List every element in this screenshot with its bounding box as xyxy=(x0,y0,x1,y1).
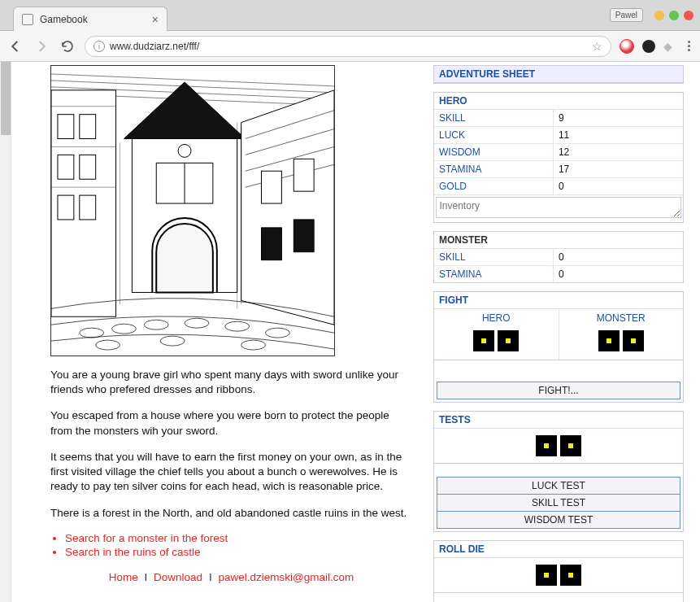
stat-row-wisdom: WISDOM 12 xyxy=(434,144,683,161)
svg-rect-28 xyxy=(293,220,314,252)
url-text: www.dudziarz.net/fff/ xyxy=(110,41,199,52)
maximize-button[interactable] xyxy=(669,11,679,20)
die-icon xyxy=(536,565,557,586)
stat-value[interactable]: 12 xyxy=(554,144,683,160)
stat-label: GOLD xyxy=(434,178,554,194)
die-icon xyxy=(598,330,620,351)
email-link[interactable]: pawel.dziemski@gmail.com xyxy=(218,571,354,583)
minimize-button[interactable] xyxy=(654,11,664,20)
profile-badge[interactable]: Pawel xyxy=(610,8,643,22)
svg-rect-7 xyxy=(80,115,96,139)
panel-heading: ADVENTURE SHEET xyxy=(434,66,683,83)
story-illustration xyxy=(50,65,335,356)
dropbox-extension-icon[interactable]: ◆ xyxy=(663,40,676,53)
story-paragraph: You escaped from a house where you were … xyxy=(50,408,412,438)
opera-extension-icon[interactable] xyxy=(620,39,634,54)
stat-row-gold: GOLD 0 xyxy=(434,178,683,195)
browser-toolbar: i www.dudziarz.net/fff/ ☆ ◆ xyxy=(0,31,700,62)
stat-value[interactable]: 0 xyxy=(554,249,683,265)
svg-rect-8 xyxy=(58,155,74,179)
svg-rect-6 xyxy=(58,115,74,139)
die-icon xyxy=(623,330,644,351)
close-icon[interactable]: × xyxy=(152,13,159,26)
hero-panel: HERO SKILL 9 LUCK 11 WISDOM 12 STAMINA 1… xyxy=(433,92,684,223)
tab-title: Gamebook xyxy=(40,14,146,25)
back-button[interactable] xyxy=(7,37,24,55)
stat-label: LUCK xyxy=(434,127,554,143)
address-bar[interactable]: i www.dudziarz.net/fff/ ☆ xyxy=(85,36,611,57)
adventure-sheet-sidebar: ADVENTURE SHEET HERO SKILL 9 LUCK 11 WIS… xyxy=(425,62,700,602)
svg-point-19 xyxy=(178,144,191,157)
fight-button[interactable]: FIGHT!... xyxy=(437,382,680,399)
die-icon xyxy=(536,435,557,456)
wisdom-test-button[interactable]: WISDOM TEST xyxy=(437,512,680,529)
die-icon xyxy=(560,565,581,586)
svg-rect-11 xyxy=(80,195,96,220)
download-link[interactable]: Download xyxy=(154,571,202,583)
inventory-textarea[interactable] xyxy=(436,197,682,218)
tests-heading: TESTS xyxy=(434,412,683,429)
svg-rect-9 xyxy=(80,155,96,179)
skill-test-button[interactable]: SKILL TEST xyxy=(437,495,680,512)
choice-list: Search for a monster in the forest Searc… xyxy=(65,532,415,558)
forward-button[interactable] xyxy=(33,37,50,55)
bookmark-star-icon[interactable]: ☆ xyxy=(592,40,602,53)
fight-monster-label: MONSTER xyxy=(559,309,684,327)
browser-tab[interactable]: Gamebook × xyxy=(13,7,167,31)
story-paragraph: There is a forest in the North, and old … xyxy=(50,506,412,521)
gnome-extension-icon[interactable] xyxy=(642,40,655,53)
browser-menu-button[interactable] xyxy=(685,37,693,55)
die-icon xyxy=(560,435,581,456)
fight-result-row xyxy=(434,360,683,379)
stat-row-luck: LUCK 11 xyxy=(434,127,683,144)
svg-rect-10 xyxy=(58,195,74,220)
stat-value[interactable]: 0 xyxy=(554,266,683,282)
choice-item: Search for a monster in the forest xyxy=(65,532,415,544)
fight-heading: FIGHT xyxy=(434,292,683,309)
stat-label: SKILL xyxy=(434,249,554,265)
stat-row-skill: SKILL 9 xyxy=(434,110,683,127)
story-text: You are a young brave girl who spent man… xyxy=(50,368,415,521)
stat-value[interactable]: 17 xyxy=(554,161,683,177)
fight-monster-col: MONSTER xyxy=(559,309,684,360)
story-paragraph: You are a young brave girl who spent man… xyxy=(50,368,412,397)
stat-label: WISDOM xyxy=(434,144,554,160)
hero-heading: HERO xyxy=(434,93,683,110)
close-window-button[interactable] xyxy=(684,11,693,20)
stat-row-monster-skill: SKILL 0 xyxy=(434,249,683,266)
home-link[interactable]: Home xyxy=(109,571,138,583)
svg-rect-27 xyxy=(262,228,282,260)
roll-heading: ROLL DIE xyxy=(434,541,683,558)
site-info-icon[interactable]: i xyxy=(93,41,105,52)
page-scrollbar[interactable] xyxy=(0,62,11,602)
fight-panel: FIGHT HERO MONSTER xyxy=(433,291,684,403)
stat-value[interactable]: 0 xyxy=(554,178,683,194)
fight-hero-label: HERO xyxy=(434,309,559,327)
tests-result-row xyxy=(434,463,683,474)
fight-hero-col: HERO xyxy=(434,309,559,360)
choice-link[interactable]: Search in the ruins of castle xyxy=(65,546,201,558)
monster-heading: MONSTER xyxy=(434,232,683,249)
footer-links: Home I Download I pawel.dziemski@gmail.c… xyxy=(50,571,412,583)
monster-panel: MONSTER SKILL 0 STAMINA 0 xyxy=(433,231,684,283)
tests-panel: TESTS LUCK TEST SKILL TEST WISDOM TEST xyxy=(433,411,684,532)
luck-test-button[interactable]: LUCK TEST xyxy=(437,477,680,495)
story-column: You are a young brave girl who spent man… xyxy=(11,62,425,602)
stat-row-monster-stamina: STAMINA 0 xyxy=(434,266,683,282)
adventure-sheet-panel: ADVENTURE SHEET xyxy=(433,65,684,84)
window-controls: Pawel xyxy=(610,8,693,22)
stat-value[interactable]: 11 xyxy=(554,127,683,143)
choice-link[interactable]: Search for a monster in the forest xyxy=(65,532,228,544)
svg-rect-26 xyxy=(293,159,314,191)
die-icon xyxy=(498,330,519,351)
browser-tab-strip: Gamebook × Pawel xyxy=(0,0,700,31)
stat-value[interactable]: 9 xyxy=(554,110,683,126)
svg-rect-25 xyxy=(262,171,282,203)
choice-item: Search in the ruins of castle xyxy=(65,546,415,558)
roll-die-panel: ROLL DIE ROLL ONE DIE ROLL TWO DICE xyxy=(433,540,684,602)
reload-button[interactable] xyxy=(59,37,76,55)
stat-label: STAMINA xyxy=(434,161,554,177)
stat-label: STAMINA xyxy=(434,266,554,282)
stat-row-stamina: STAMINA 17 xyxy=(434,161,683,178)
favicon xyxy=(22,14,33,25)
